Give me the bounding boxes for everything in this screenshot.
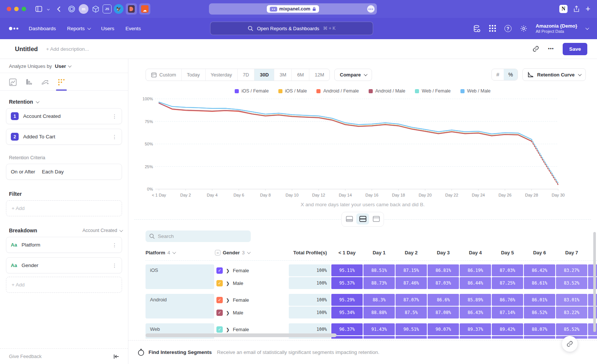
retention-value-cell[interactable]: 89.42% — [492, 323, 523, 335]
table-search-input[interactable]: Search — [146, 230, 251, 242]
chevron-down-icon[interactable] — [47, 8, 49, 10]
analyze-value[interactable]: User — [55, 63, 66, 69]
project-switcher[interactable]: Amazonia {Demo} All Project Data — [536, 23, 577, 34]
retention-value-cell[interactable]: 90.07% — [428, 323, 459, 335]
retention-value-cell[interactable] — [588, 336, 597, 339]
day-column-header[interactable]: Day 3 — [428, 250, 459, 255]
gender-select-all-checkbox[interactable]: − — [215, 250, 221, 255]
report-title[interactable]: Untitled — [15, 46, 38, 53]
legend-item[interactable]: Web / Male — [460, 88, 491, 94]
expand-row-icon[interactable]: ❯ — [226, 297, 230, 302]
retention-value-cell[interactable]: 87.03% — [492, 264, 523, 276]
retention-value-cell[interactable]: 83.52% — [556, 277, 587, 289]
expand-row-icon[interactable]: ❯ — [226, 327, 230, 332]
retention-value-cell[interactable]: 87.08% — [428, 307, 459, 318]
data-management-icon[interactable] — [473, 25, 481, 33]
help-icon[interactable]: ? — [504, 25, 512, 32]
save-button[interactable]: Save — [563, 43, 587, 55]
retention-value-cell[interactable]: 86.61% — [524, 277, 555, 289]
tab-retention[interactable] — [57, 78, 65, 90]
layout-chart-only-button[interactable] — [343, 213, 356, 225]
retention-value-cell[interactable]: 96.37% — [331, 323, 363, 335]
maximize-window-button[interactable] — [22, 7, 26, 11]
expand-row-icon[interactable]: ❯ — [226, 280, 230, 286]
breakdown-scope-selector[interactable]: Account Created — [82, 228, 122, 233]
retention-value-cell[interactable]: 88.73% — [363, 277, 395, 289]
retention-value-cell[interactable]: 86.19% — [460, 264, 491, 276]
close-window-button[interactable] — [7, 7, 11, 11]
mixpanel-logo[interactable] — [9, 27, 18, 30]
retention-value-cell[interactable]: 89.4% — [492, 336, 523, 339]
collapse-sidebar-icon[interactable] — [113, 354, 119, 359]
series-checkbox[interactable]: ✓ — [216, 297, 223, 303]
tab-insights[interactable] — [9, 78, 17, 90]
retention-value-cell[interactable]: 86.81% — [428, 264, 459, 276]
gender-column-header[interactable]: − Gender 3 — [215, 250, 288, 255]
range-custom[interactable]: Custom — [146, 69, 182, 81]
back-icon[interactable] — [57, 6, 60, 12]
absolute-number-toggle[interactable]: # — [492, 69, 504, 80]
retention-value-cell[interactable]: 86.76% — [492, 294, 523, 306]
find-segments-title[interactable]: Find Interesting Segments — [149, 349, 212, 355]
nav-link-reports[interactable]: Reports — [67, 26, 90, 31]
retention-value-cell[interactable]: 87.5% — [396, 307, 427, 318]
retention-value-cell[interactable]: 87.15% — [396, 264, 427, 276]
range-3m[interactable]: 3M — [274, 69, 292, 81]
copy-link-icon[interactable] — [532, 46, 539, 52]
retention-value-cell[interactable]: 95.29% — [331, 294, 363, 306]
expand-row-icon[interactable]: ❯ — [226, 310, 230, 315]
tab-flows[interactable] — [41, 78, 49, 90]
retention-step-2[interactable]: 2 Added To Cart ⋮ — [6, 129, 122, 145]
minimize-window-button[interactable] — [14, 7, 19, 11]
more-options-button[interactable]: ••• — [548, 46, 554, 51]
browser-bird-extension-icon[interactable]: 🦅 — [114, 4, 124, 14]
tab-funnels[interactable] — [25, 78, 33, 90]
retention-criteria-card[interactable]: On or After Each Day — [6, 164, 122, 180]
retention-value-cell[interactable]: 87.07% — [396, 294, 427, 306]
range-12m[interactable]: 12M — [309, 69, 329, 81]
settings-gear-icon[interactable] — [520, 25, 528, 32]
red-app-icon[interactable] — [126, 3, 137, 15]
retention-chart[interactable]: 100%75%50%25%0%< 1 DayDay 2Day 4Day 6Day… — [137, 96, 566, 200]
retention-value-cell[interactable]: 95.34% — [331, 307, 363, 318]
vertical-scrollbar[interactable] — [593, 232, 596, 332]
day-column-header[interactable]: Day 2 — [396, 250, 427, 255]
day-column-header[interactable]: Day 1 — [363, 250, 395, 255]
nav-link-dashboards[interactable]: Dashboards — [29, 26, 56, 31]
nav-link-users[interactable]: Users — [101, 26, 114, 31]
retention-value-cell[interactable]: 95.11% — [331, 264, 363, 276]
layout-table-only-button[interactable] — [370, 213, 382, 225]
total-profiles-header[interactable]: Total Profile(s) — [289, 250, 331, 255]
retention-value-cell[interactable]: 95.37% — [331, 277, 363, 289]
breakdown-gender[interactable]: Aa Gender ⋮ — [6, 257, 122, 273]
retention-value-cell[interactable]: 88.3% — [363, 294, 395, 306]
add-description[interactable]: + Add description... — [46, 46, 89, 52]
retention-value-cell[interactable]: 85.52% — [556, 323, 587, 335]
legend-item[interactable]: Android / Female — [316, 88, 359, 94]
retention-value-cell[interactable]: 83.22% — [556, 307, 587, 318]
retention-value-cell[interactable]: 87.25% — [492, 277, 523, 289]
retention-value-cell[interactable]: 83.01% — [556, 294, 587, 306]
range-today[interactable]: Today — [182, 69, 206, 81]
range-30d[interactable]: 30D — [254, 69, 274, 81]
sidebar-toggle-icon[interactable] — [35, 6, 42, 12]
add-breakdown-button[interactable]: + Add — [6, 277, 122, 293]
give-feedback-link[interactable]: Give Feedback — [9, 354, 41, 359]
range-7d[interactable]: 7D — [238, 69, 255, 81]
chart-type-dropdown[interactable]: Retention Curve — [522, 68, 586, 81]
breakdown-platform[interactable]: Aa Platform ⋮ — [6, 237, 122, 253]
breakdown-options-icon[interactable]: ⋮ — [112, 242, 117, 248]
retention-value-cell[interactable]: 87.46% — [396, 277, 427, 289]
retention-value-cell[interactable]: 90.51% — [396, 323, 427, 335]
retention-value-cell[interactable]: 91.43% — [363, 323, 395, 335]
retention-value-cell[interactable]: 90.5% — [396, 336, 427, 339]
retention-value-cell[interactable]: 88.07% — [524, 323, 555, 335]
compare-button[interactable]: Compare — [334, 69, 372, 81]
criteria-interval[interactable]: Each Day — [42, 169, 64, 175]
avatar-extension-icon[interactable]: m — [79, 4, 88, 14]
cube-extension-icon[interactable] — [91, 4, 100, 14]
share-link-fab[interactable] — [562, 336, 578, 352]
window-controls[interactable] — [7, 7, 26, 11]
expand-row-icon[interactable]: ❯ — [226, 268, 230, 273]
notion-icon[interactable]: N — [559, 5, 568, 13]
